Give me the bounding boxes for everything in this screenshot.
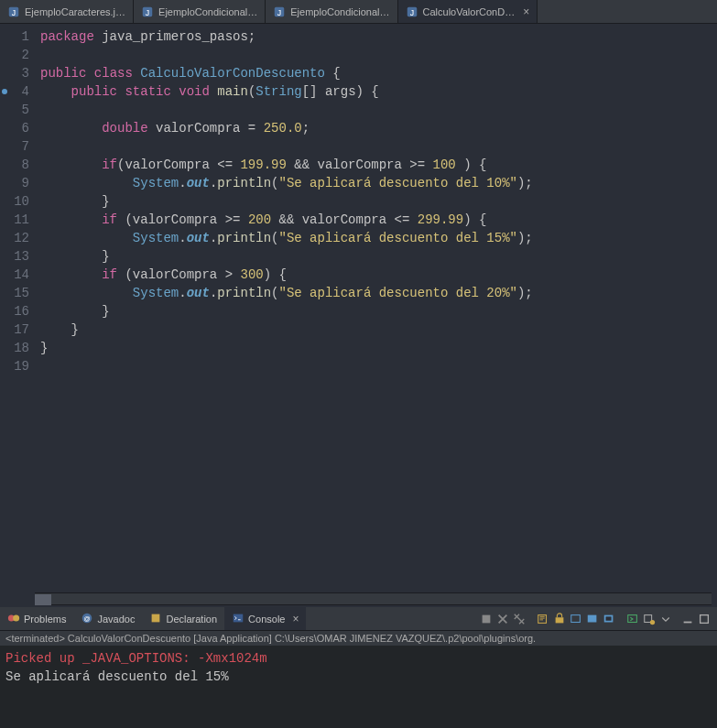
code-line[interactable]: } — [40, 339, 717, 357]
svg-rect-17 — [571, 614, 581, 622]
svg-rect-12 — [152, 614, 160, 622]
svg-rect-14 — [483, 614, 491, 623]
svg-rect-18 — [588, 614, 597, 622]
line-number[interactable]: 7 — [4, 137, 29, 156]
doc-icon: @ — [81, 612, 93, 626]
svg-rect-25 — [701, 614, 709, 623]
code-line[interactable]: } — [40, 192, 717, 211]
open-console-icon[interactable] — [625, 612, 640, 626]
svg-rect-16 — [556, 617, 564, 623]
line-gutter: 12345678910111213141516171819 — [0, 24, 37, 592]
code-line[interactable]: if (valorCompra > 300) { — [40, 266, 717, 284]
console-icon — [232, 612, 244, 626]
line-number[interactable]: 4 — [4, 82, 29, 101]
line-number[interactable]: 12 — [4, 229, 29, 247]
dropdown-icon[interactable] — [658, 612, 673, 626]
svg-text:J: J — [409, 7, 413, 16]
code-line[interactable]: double valorCompra = 250.0; — [40, 119, 717, 137]
svg-text:@: @ — [84, 614, 91, 621]
code-line[interactable]: System.out.println("Se aplicará descuent… — [40, 284, 717, 302]
close-icon[interactable]: × — [523, 5, 529, 18]
java-file-icon: J — [273, 5, 286, 18]
code-line[interactable] — [40, 357, 717, 375]
minimize-icon[interactable] — [680, 612, 695, 626]
code-line[interactable]: if(valorCompra <= 199.99 && valorCompra … — [40, 156, 717, 174]
maximize-icon[interactable] — [697, 612, 712, 626]
tab-label: EjemploCondicional… — [158, 6, 257, 17]
console-line: Picked up _JAVA_OPTIONS: -Xmx1024m — [5, 649, 712, 668]
console-status: <terminated> CalculoValorConDescuento [J… — [0, 631, 717, 646]
line-number[interactable]: 2 — [4, 46, 29, 64]
line-number[interactable]: 17 — [4, 321, 29, 339]
line-number[interactable]: 14 — [4, 266, 29, 284]
code-line[interactable]: System.out.println("Se aplicará descuent… — [40, 229, 717, 247]
code-line[interactable]: public static void main(String[] args) { — [40, 82, 717, 101]
line-number[interactable]: 13 — [4, 247, 29, 266]
code-line[interactable]: } — [40, 247, 717, 266]
line-number[interactable]: 1 — [4, 27, 29, 46]
panel-tab-problems[interactable]: Problems — [0, 607, 73, 630]
terminate-icon[interactable] — [479, 612, 494, 626]
line-number[interactable]: 6 — [4, 119, 29, 137]
remove-all-icon[interactable] — [512, 612, 527, 626]
close-icon[interactable]: × — [292, 613, 299, 625]
tab-label: EjemploCaracteres.j… — [25, 6, 125, 17]
line-number[interactable]: 3 — [4, 64, 29, 82]
new-console-icon[interactable] — [642, 612, 657, 626]
panel-tab-label: Problems — [24, 614, 66, 625]
line-number[interactable]: 15 — [4, 284, 29, 302]
svg-point-23 — [650, 619, 655, 624]
svg-text:J: J — [277, 7, 281, 16]
code-area[interactable]: 12345678910111213141516171819 package ja… — [0, 24, 717, 592]
scroll-lock-icon[interactable] — [552, 612, 567, 626]
code-content[interactable]: package java_primeros_pasos;public class… — [37, 24, 717, 592]
code-line[interactable] — [40, 137, 717, 156]
panel-tab-declaration[interactable]: Declaration — [142, 607, 224, 630]
clear-console-icon[interactable] — [536, 612, 550, 626]
tab-label: EjemploCondicional… — [290, 6, 389, 17]
code-line[interactable]: } — [40, 321, 717, 339]
panel-tab-label: Javadoc — [97, 614, 135, 625]
scrollbar-thumb[interactable] — [35, 594, 51, 605]
console-tabs: Problems@JavadocDeclarationConsole× — [0, 607, 717, 631]
code-line[interactable]: } — [40, 302, 717, 321]
panel-tab-javadoc[interactable]: @Javadoc — [73, 607, 142, 630]
svg-rect-13 — [234, 614, 244, 622]
horizontal-scrollbar[interactable] — [35, 592, 712, 605]
line-number[interactable]: 18 — [4, 339, 29, 357]
java-file-icon: J — [141, 5, 154, 18]
editor-tab[interactable]: JCalculoValorConD…× — [398, 0, 538, 23]
show-console-icon[interactable] — [602, 612, 616, 626]
line-number[interactable]: 9 — [4, 174, 29, 192]
svg-point-9 — [13, 614, 19, 621]
editor: 12345678910111213141516171819 package ja… — [0, 24, 717, 607]
line-number[interactable]: 19 — [4, 357, 29, 375]
pin-console-icon[interactable] — [569, 612, 583, 626]
code-line[interactable]: if (valorCompra >= 200 && valorCompra <=… — [40, 211, 717, 229]
code-line[interactable] — [40, 46, 717, 64]
remove-icon[interactable] — [495, 612, 510, 626]
editor-tab[interactable]: JEjemploCaracteres.j… — [0, 0, 134, 23]
code-line[interactable]: public class CalculoValorConDescuento { — [40, 64, 717, 82]
code-line[interactable]: package java_primeros_pasos; — [40, 27, 717, 46]
code-line[interactable]: System.out.println("Se aplicará descuent… — [40, 174, 717, 192]
line-number[interactable]: 8 — [4, 156, 29, 174]
editor-tabs: JEjemploCaracteres.j…JEjemploCondicional… — [0, 0, 717, 24]
editor-tab[interactable]: JEjemploCondicional… — [134, 0, 266, 23]
svg-rect-20 — [606, 616, 612, 620]
editor-tab[interactable]: JEjemploCondicional… — [266, 0, 397, 23]
code-line[interactable] — [40, 101, 717, 119]
line-number[interactable]: 16 — [4, 302, 29, 321]
svg-text:J: J — [146, 7, 149, 16]
panel-tab-label: Console — [248, 614, 285, 625]
line-number[interactable]: 10 — [4, 192, 29, 211]
line-number[interactable]: 11 — [4, 211, 29, 229]
console-output[interactable]: Picked up _JAVA_OPTIONS: -Xmx1024mSe apl… — [0, 646, 717, 728]
console-toolbar — [479, 612, 717, 626]
java-file-icon: J — [406, 5, 418, 18]
console-line: Se aplicará descuento del 15% — [5, 668, 712, 686]
display-selected-icon[interactable] — [585, 612, 600, 626]
panel-tab-console[interactable]: Console× — [224, 607, 306, 630]
line-number[interactable]: 5 — [4, 101, 29, 119]
svg-text:J: J — [12, 7, 16, 16]
